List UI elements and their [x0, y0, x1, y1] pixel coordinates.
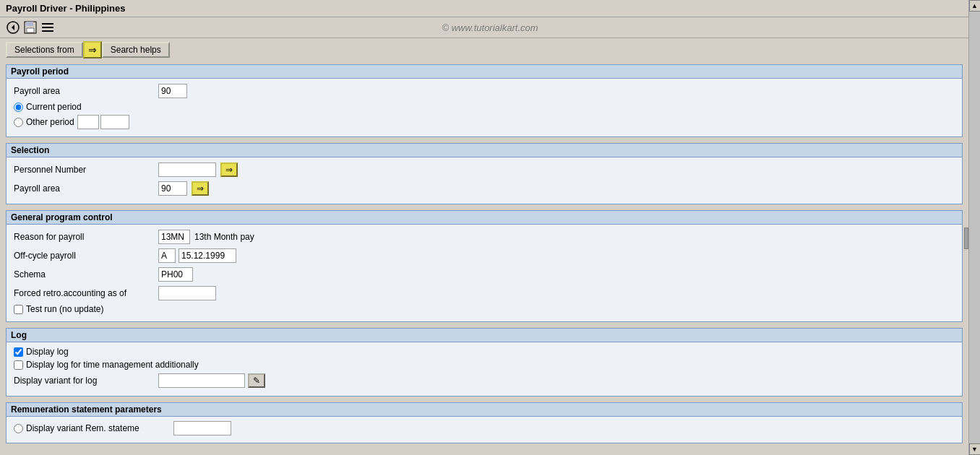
- scrollbar[interactable]: ▲ ▼: [968, 0, 980, 451]
- current-period-row: Current period: [14, 102, 955, 112]
- scroll-up-button[interactable]: ▲: [969, 0, 981, 12]
- display-variant-rem-label: Display variant Rem. stateme: [26, 423, 171, 433]
- personnel-nav-arrow[interactable]: ⇒: [220, 162, 238, 177]
- find-icon[interactable]: [40, 20, 55, 35]
- selections-from-button[interactable]: Selections from: [6, 42, 83, 58]
- display-log-time-checkbox[interactable]: [14, 360, 23, 370]
- forced-retro-label: Forced retro.accounting as of: [14, 288, 158, 298]
- reason-for-payroll-text: 13th Month pay: [194, 232, 254, 242]
- pencil-icon[interactable]: ✎: [248, 373, 265, 388]
- log-section: Log Display log Display log for time man…: [6, 328, 963, 396]
- payroll-area-nav-arrow[interactable]: ⇒: [192, 181, 209, 196]
- other-period-label: Other period: [26, 117, 74, 127]
- schema-row: Schema: [14, 266, 955, 282]
- svg-rect-6: [42, 27, 53, 28]
- selection-body: Personnel Number ⇒ Payroll area ⇒: [7, 157, 962, 204]
- general-program-control-header: General program control: [7, 211, 962, 225]
- test-run-label: Test run (no update): [26, 304, 103, 314]
- schema-label: Schema: [14, 269, 158, 280]
- payroll-area-row: Payroll area: [14, 83, 955, 99]
- remuneration-header: Remuneration statement parameters: [7, 403, 962, 417]
- selection-header: Selection: [7, 144, 962, 157]
- schema-input[interactable]: [158, 267, 193, 282]
- display-log-time-label: Display log for time management addition…: [26, 360, 199, 370]
- reason-for-payroll-code-input[interactable]: [158, 230, 190, 244]
- display-variant-row: Display variant for log ✎: [14, 373, 955, 389]
- payroll-area-input[interactable]: [158, 84, 187, 98]
- display-variant-rem-row: Display variant Rem. stateme: [14, 421, 955, 436]
- display-variant-rem-radio[interactable]: [14, 424, 23, 433]
- display-log-label: Display log: [26, 347, 69, 357]
- payroll-period-header: Payroll period: [7, 65, 962, 79]
- svg-marker-1: [12, 25, 14, 30]
- forced-retro-input[interactable]: [158, 286, 216, 300]
- payroll-area-label: Payroll area: [14, 86, 158, 96]
- display-variant-rem-input[interactable]: [173, 421, 231, 436]
- log-body: Display log Display log for time managem…: [7, 342, 962, 396]
- toolbar: © www.tutorialkart.com: [0, 17, 980, 38]
- save-icon[interactable]: [23, 20, 38, 35]
- selection-section: Selection Personnel Number ⇒ Payroll are…: [6, 143, 963, 204]
- remuneration-body: Display variant Rem. stateme: [7, 417, 962, 443]
- other-period-inputs: [77, 115, 129, 129]
- off-cycle-payroll-label: Off-cycle payroll: [14, 251, 158, 261]
- scrollbar-resize-handle[interactable]: [964, 228, 968, 249]
- scroll-down-button[interactable]: ▼: [969, 443, 981, 451]
- back-icon[interactable]: [6, 20, 20, 35]
- scroll-track[interactable]: [969, 12, 980, 443]
- main-content: Payroll period Payroll area Current peri…: [0, 61, 968, 451]
- general-program-control-body: Reason for payroll 13th Month pay Off-cy…: [7, 225, 962, 321]
- selection-payroll-area-input[interactable]: [158, 181, 187, 196]
- selection-payroll-area-label: Payroll area: [14, 183, 158, 194]
- arrow-right-icon[interactable]: ⇒: [83, 41, 102, 58]
- display-log-time-row: Display log for time management addition…: [14, 360, 955, 370]
- off-cycle-payroll-row: Off-cycle payroll: [14, 248, 955, 264]
- personnel-number-row: Personnel Number ⇒: [14, 162, 955, 178]
- svg-rect-4: [27, 28, 34, 32]
- svg-rect-7: [42, 30, 53, 32]
- other-period-input1[interactable]: [77, 115, 99, 129]
- payroll-period-body: Payroll area Current period Other period: [7, 79, 962, 136]
- search-helps-button[interactable]: Search helps: [102, 42, 170, 58]
- other-period-radio[interactable]: [14, 118, 23, 127]
- current-period-label: Current period: [26, 102, 82, 112]
- remuneration-section: Remuneration statement parameters Displa…: [6, 402, 963, 443]
- selection-payroll-area-row: Payroll area ⇒: [14, 181, 955, 196]
- display-variant-label: Display variant for log: [14, 376, 158, 386]
- page-title: Payroll Driver - Philippines: [6, 3, 125, 14]
- off-cycle-date-input[interactable]: [179, 248, 236, 263]
- svg-rect-5: [42, 23, 53, 25]
- svg-rect-3: [26, 22, 33, 26]
- title-bar: Payroll Driver - Philippines: [0, 0, 980, 17]
- other-period-input2[interactable]: [100, 115, 129, 129]
- personnel-number-label: Personnel Number: [14, 165, 158, 175]
- display-log-row: Display log: [14, 347, 955, 357]
- current-period-radio[interactable]: [14, 103, 23, 112]
- other-period-row: Other period: [14, 115, 955, 129]
- watermark: © www.tutorialkart.com: [442, 22, 538, 33]
- button-row: Selections from ⇒ Search helps: [0, 38, 980, 61]
- log-header: Log: [7, 329, 962, 342]
- reason-for-payroll-row: Reason for payroll 13th Month pay: [14, 229, 955, 245]
- general-program-control-section: General program control Reason for payro…: [6, 210, 963, 322]
- test-run-checkbox[interactable]: [14, 305, 23, 314]
- test-run-row: Test run (no update): [14, 304, 955, 314]
- forced-retro-row: Forced retro.accounting as of: [14, 285, 955, 301]
- off-cycle-code-input[interactable]: [158, 248, 176, 263]
- reason-for-payroll-label: Reason for payroll: [14, 232, 158, 242]
- payroll-period-section: Payroll period Payroll area Current peri…: [6, 64, 963, 137]
- display-log-checkbox[interactable]: [14, 347, 23, 357]
- display-variant-input[interactable]: [158, 373, 245, 388]
- personnel-number-input[interactable]: [158, 162, 216, 177]
